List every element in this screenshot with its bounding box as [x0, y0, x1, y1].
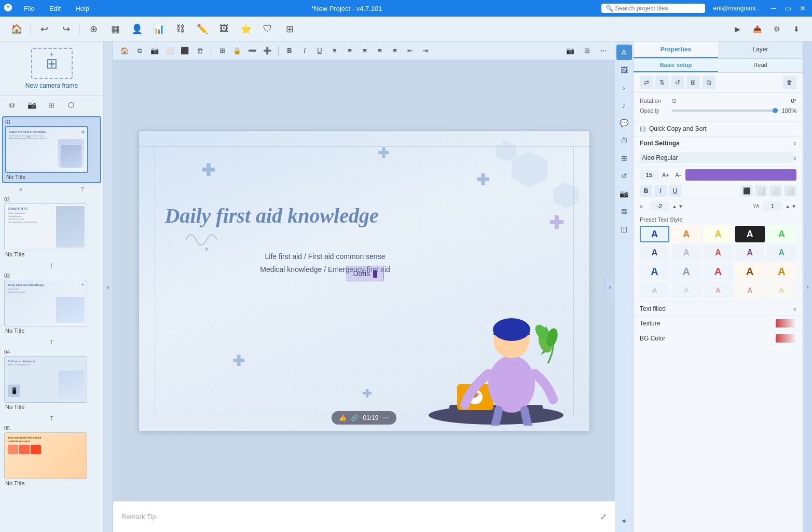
opacity-slider[interactable] [671, 110, 779, 112]
layers-icon-sidebar[interactable]: ◫ [616, 221, 632, 237]
table-button[interactable]: ▦ [105, 20, 126, 38]
preset-2[interactable]: A [671, 226, 701, 242]
line-spacing-up[interactable]: ▲ [672, 203, 677, 209]
preset-1[interactable]: A [640, 226, 669, 242]
subtab-read[interactable]: Read [718, 59, 803, 72]
preset-7[interactable]: A [671, 244, 701, 261]
italic-style-button[interactable]: I [654, 185, 667, 197]
image-button[interactable]: 🖼 [214, 20, 235, 38]
menu-file[interactable]: File [21, 5, 38, 12]
lock-button[interactable]: 🔒 [230, 44, 244, 58]
grid-tool-button[interactable]: ⊞ [580, 44, 594, 58]
subtab-basic[interactable]: Basic setup [634, 59, 718, 72]
panel-collapse-button[interactable]: ‹ [104, 42, 113, 532]
camera-slide-button[interactable]: 📷 [24, 98, 39, 112]
preset-12[interactable]: A [671, 263, 701, 280]
zoom-out-button[interactable]: ➖ [245, 44, 259, 58]
scale-button[interactable]: ⊞ [686, 76, 700, 89]
bold-style-button[interactable]: B [640, 185, 652, 197]
preset-18[interactable]: A [703, 282, 733, 298]
camera-canvas-button[interactable]: 📷 [147, 44, 162, 58]
copy-canvas-button[interactable]: ⧉ [132, 44, 147, 58]
edit-button[interactable]: ✏️ [192, 20, 213, 38]
quick-copy-row[interactable]: ⊟ Quick Copy and Sort [634, 121, 803, 137]
shape-slide-button[interactable]: ⬡ [63, 98, 79, 112]
texture-color[interactable] [776, 319, 796, 328]
present-button[interactable]: ▶ [728, 20, 747, 38]
char-spacing-down[interactable]: ▼ [791, 203, 796, 209]
char-spacing-input[interactable] [763, 201, 782, 211]
underline-button[interactable]: U [312, 44, 327, 58]
preset-16[interactable]: A [640, 282, 669, 298]
frame-canvas-button[interactable]: ⬜ [162, 44, 177, 58]
slide-canvas[interactable]: ✚ ✚ ✚ ✚ ✚ ✚ Daily first aid k [113, 60, 615, 501]
rotate-left-button[interactable]: ↺ [671, 76, 684, 89]
delete-prop-button[interactable]: 🗑 [783, 76, 796, 89]
star-button[interactable]: ⭐ [236, 20, 256, 38]
minimize-button[interactable]: ─ [769, 4, 778, 12]
slide-textbox[interactable]: Doris [347, 266, 384, 281]
grid-button[interactable]: ⊞ [279, 20, 300, 38]
justify-button[interactable]: ⬜ [784, 185, 796, 197]
bold-button[interactable]: B [282, 44, 297, 58]
preset-15[interactable]: A [767, 263, 796, 280]
slide-item-2[interactable]: 02 CONTENTS Call an ambulanceFirst aid b… [2, 195, 101, 260]
canvas-expand-button[interactable]: › [604, 277, 615, 297]
italic-button[interactable]: I [297, 44, 312, 58]
menu-edit[interactable]: Edit [46, 5, 64, 12]
image-icon-sidebar[interactable]: 🖼 [616, 62, 632, 78]
export-button[interactable]: ⬇ [787, 20, 806, 38]
tab-layer[interactable]: Layer [718, 42, 803, 58]
star-icon-sidebar[interactable]: ✦ [616, 513, 632, 529]
align-center-button[interactable]: ⬜ [755, 185, 767, 197]
home-canvas-button[interactable]: 🏠 [117, 44, 132, 58]
music-icon-sidebar[interactable]: ♪ [616, 98, 632, 113]
preset-17[interactable]: A [671, 282, 701, 298]
bg-color-strip[interactable] [776, 334, 796, 343]
preset-14[interactable]: A [735, 263, 765, 280]
align-right-button[interactable]: ⬜ [769, 185, 782, 197]
text-icon-sidebar[interactable]: A [616, 45, 632, 60]
align-left-canvas-button[interactable]: ≡ [327, 44, 342, 58]
slide-item-1[interactable]: 01 Daily first aid knowledge Life first … [2, 116, 101, 183]
font-size-dec-button[interactable]: A- [673, 170, 683, 180]
slide-item-4[interactable]: 04 Call an ambulance Make an emergency c… [2, 347, 101, 412]
nav-more-button[interactable]: ⋯ [383, 414, 389, 421]
align-center-canvas-button[interactable]: ≡ [342, 44, 357, 58]
crop-slide-button[interactable]: ⊞ [44, 98, 59, 112]
copy-slide-button[interactable]: ⧉ [4, 98, 20, 112]
delete-canvas-button[interactable]: 🗑 [192, 44, 207, 58]
delete-icon-sidebar[interactable]: ⊠ [616, 203, 632, 219]
chart-button[interactable]: 📊 [148, 20, 169, 38]
close-button[interactable]: ✕ [797, 4, 808, 12]
preset-8[interactable]: A [703, 244, 733, 261]
flip-v-button[interactable]: ⇅ [655, 76, 669, 89]
outdent-button[interactable]: ⇤ [403, 44, 417, 58]
home-button[interactable]: 🏠 [6, 20, 27, 38]
search-input[interactable] [615, 5, 688, 12]
indent-button[interactable]: ⇥ [418, 44, 432, 58]
photo-icon-sidebar[interactable]: 📷 [616, 186, 632, 201]
add-button[interactable]: ⊕ [83, 20, 104, 38]
maximize-button[interactable]: ▭ [782, 4, 793, 12]
undo-button[interactable]: ↩ [34, 20, 54, 38]
underline-style-button[interactable]: U [669, 185, 681, 197]
camera-frame[interactable]: ⊞ + New camera frame [0, 42, 103, 96]
line-spacing-down[interactable]: ▼ [678, 203, 683, 209]
align-left-button[interactable]: ⬛ [740, 185, 753, 197]
copy2-canvas-button[interactable]: ⬛ [177, 44, 192, 58]
clock-icon-sidebar[interactable]: ⏱ [616, 133, 632, 148]
preset-20[interactable]: A [767, 282, 796, 298]
menu-help[interactable]: Help [72, 5, 92, 12]
font-settings-header[interactable]: Font Settings ∨ [634, 137, 803, 150]
char-spacing-up[interactable]: ▲ [785, 203, 790, 209]
link-icon-sidebar[interactable]: › [616, 80, 632, 96]
font-color-picker[interactable] [685, 169, 796, 181]
justify-canvas-button[interactable]: ≡ [373, 44, 387, 58]
font-size-inc-button[interactable]: A+ [660, 170, 671, 180]
group-button[interactable]: ⊞ [215, 44, 229, 58]
preset-19[interactable]: A [735, 282, 765, 298]
flip-h-button[interactable]: ⇄ [640, 76, 653, 89]
grid-icon-sidebar[interactable]: ⊞ [616, 151, 632, 166]
slide-item-5[interactable]: 05 Your wonderful first-choicehealth inf… [2, 424, 101, 488]
